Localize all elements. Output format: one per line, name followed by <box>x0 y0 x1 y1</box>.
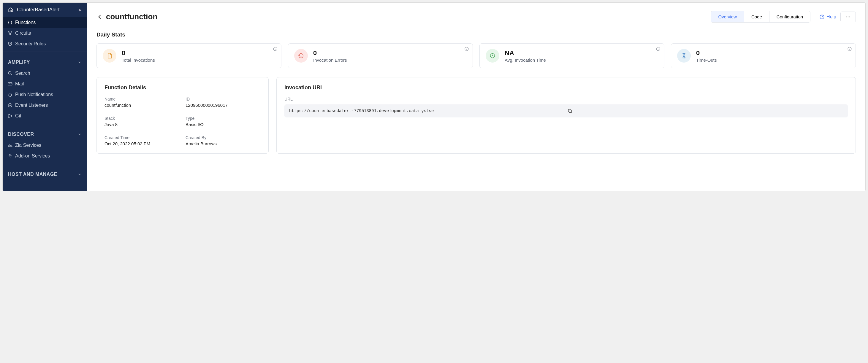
daily-stats-title: Daily Stats <box>96 31 856 38</box>
help-link[interactable]: Help <box>819 14 836 20</box>
sidebar-item-security-rules[interactable]: Security Rules <box>3 38 87 49</box>
header-actions: Help <box>819 11 856 22</box>
section-header-discover[interactable]: DISCOVER <box>3 126 87 140</box>
svg-point-8 <box>11 116 12 117</box>
stat-label: Time-Outs <box>696 58 717 63</box>
svg-point-5 <box>10 105 11 106</box>
svg-point-17 <box>301 57 301 57</box>
svg-point-13 <box>849 16 850 17</box>
hexagon-icon <box>7 103 13 108</box>
invocation-url-panel: Invocation URL URL https://counterbaseda… <box>276 77 856 154</box>
sidebar-item-circuits[interactable]: Circuits <box>3 28 87 38</box>
back-button[interactable] <box>96 14 103 20</box>
url-label: URL <box>284 97 848 101</box>
detail-value: Basic I/O <box>186 122 261 127</box>
copy-icon[interactable] <box>567 108 843 113</box>
detail-cell: Created Time Oct 20, 2022 05:02 PM <box>104 135 180 146</box>
panels-row: Function Details Name countfunction ID 1… <box>96 77 856 154</box>
zia-icon <box>7 143 13 148</box>
chevron-down-icon <box>78 172 82 176</box>
divider <box>3 52 87 52</box>
braces-icon <box>7 20 13 25</box>
stat-value: 0 <box>122 49 155 57</box>
stat-label: Total Invocations <box>122 58 155 63</box>
sidebar-item-search[interactable]: Search <box>3 68 87 78</box>
help-icon <box>819 14 825 20</box>
chevron-down-icon <box>78 60 82 64</box>
svg-rect-21 <box>569 110 571 112</box>
sidebar-item-functions[interactable]: Functions <box>3 17 87 28</box>
svg-point-1 <box>11 31 12 32</box>
detail-grid: Name countfunction ID 12096000000196017 … <box>104 97 261 146</box>
project-name: CounterBasedAlert <box>17 7 60 13</box>
stat-card-avg-time: NA Avg. Invocation Time <box>479 43 664 68</box>
sidebar-item-push-notifications[interactable]: Push Notifications <box>3 89 87 100</box>
more-button[interactable] <box>840 11 856 22</box>
info-icon[interactable] <box>273 46 278 51</box>
info-icon[interactable] <box>847 46 852 51</box>
detail-value: countfunction <box>104 103 180 108</box>
sidebar-item-label: Search <box>15 71 30 76</box>
stat-card-errors: 0 Invocation Errors <box>288 43 473 68</box>
detail-label: Stack <box>104 116 180 121</box>
sidebar-item-label: Circuits <box>15 31 31 36</box>
sidebar-item-label: Git <box>15 113 21 119</box>
search-icon <box>7 71 13 76</box>
tab-code[interactable]: Code <box>744 11 770 22</box>
page-title: countfunction <box>106 12 157 21</box>
shield-icon <box>7 41 13 46</box>
sidebar-item-label: Push Notifications <box>15 92 53 97</box>
detail-cell: ID 12096000000196017 <box>186 97 261 108</box>
error-icon <box>294 49 308 63</box>
section-header-amplify[interactable]: AMPLIFY <box>3 54 87 68</box>
detail-label: ID <box>186 97 261 101</box>
svg-point-0 <box>8 31 9 32</box>
detail-value: Oct 20, 2022 05:02 PM <box>104 141 180 146</box>
tab-overview[interactable]: Overview <box>711 11 744 22</box>
section-title: DISCOVER <box>8 132 34 137</box>
plug-icon <box>7 153 13 159</box>
help-label: Help <box>827 14 836 20</box>
svg-point-11 <box>846 16 847 17</box>
sidebar-item-git[interactable]: Git <box>3 111 87 121</box>
stat-value: 0 <box>313 49 347 57</box>
circuit-icon <box>7 31 13 36</box>
detail-label: Type <box>186 116 261 121</box>
sidebar-item-addon-services[interactable]: Add-on Services <box>3 151 87 161</box>
sidebar-item-label: Zia Services <box>15 143 41 148</box>
section-header-host-manage[interactable]: HOST AND MANAGE <box>3 166 87 180</box>
stat-value: 0 <box>696 49 717 57</box>
sidebar-item-event-listeners[interactable]: Event Listeners <box>3 100 87 111</box>
svg-point-3 <box>8 71 11 74</box>
detail-label: Created Time <box>104 135 180 140</box>
tabs: Overview Code Configuration <box>711 11 810 23</box>
mail-icon <box>7 81 13 87</box>
project-selector[interactable]: CounterBasedAlert ▶ <box>3 3 87 17</box>
info-icon[interactable] <box>464 46 469 51</box>
sidebar-item-label: Event Listeners <box>15 103 48 108</box>
url-box: https://counterbasedalert-779513891.deve… <box>284 104 848 118</box>
stat-label: Avg. Invocation Time <box>505 58 546 63</box>
svg-point-7 <box>8 117 9 118</box>
info-icon[interactable] <box>656 46 660 51</box>
stat-value: NA <box>505 49 546 57</box>
svg-point-12 <box>848 16 849 17</box>
tab-configuration[interactable]: Configuration <box>770 11 810 22</box>
stat-card-invocations: 0 Total Invocations <box>96 43 281 68</box>
sidebar-item-label: Add-on Services <box>15 153 50 159</box>
bell-icon <box>7 92 13 97</box>
chevron-down-icon <box>78 132 82 136</box>
main-content: countfunction Overview Code Configuratio… <box>87 3 865 191</box>
svg-rect-4 <box>8 83 12 86</box>
detail-cell: Stack Java 8 <box>104 116 180 127</box>
git-icon <box>7 113 13 119</box>
url-value: https://counterbasedalert-779513891.deve… <box>289 108 565 113</box>
divider <box>3 124 87 124</box>
detail-value: 12096000000196017 <box>186 103 261 108</box>
document-icon <box>103 49 116 63</box>
sidebar-item-zia-services[interactable]: Zia Services <box>3 140 87 151</box>
detail-label: Created By <box>186 135 261 140</box>
sidebar-item-mail[interactable]: Mail <box>3 78 87 89</box>
svg-point-2 <box>10 34 11 35</box>
sidebar-item-label: Security Rules <box>15 41 46 46</box>
